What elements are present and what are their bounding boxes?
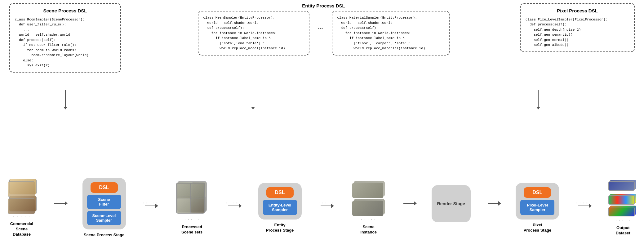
entity-dots-divider: ...: [314, 11, 327, 30]
commercial-scene-db-stage: · · · · · CommercialSceneDatabase: [6, 179, 37, 237]
arrow-7: · · · · ·: [576, 201, 591, 206]
entity-process-label: EntityProcess Stage: [266, 223, 294, 233]
scene-filter-badge: SceneFilter: [87, 195, 121, 209]
scene-dsl-badge: DSL: [91, 182, 118, 193]
entity-dsl-title: Entity Process DSL: [302, 3, 345, 8]
floor-plan-img-4: [8, 198, 35, 214]
output-dataset-label: OutputDataset: [616, 225, 630, 236]
arrow-4: · · · · ·: [319, 201, 334, 206]
entity-dsl-code2: class MaterialSampler(EntityProcessor): …: [337, 15, 444, 51]
output-semantic-front: [608, 195, 635, 205]
pixel-dsl-title: Pixel Process DSL: [526, 7, 629, 15]
entity-dsl-box2: class MaterialSampler(EntityProcessor): …: [332, 11, 450, 55]
arrow-5: [403, 203, 414, 204]
pixel-dsl-arrow: [536, 90, 540, 109]
pipeline-row: · · · · · CommercialSceneDatabase DSL Sc…: [6, 178, 638, 238]
arrow-3: · · · · ·: [226, 201, 241, 206]
pixel-sampler-badge: Pixel-LevelSampler: [520, 200, 554, 215]
entity-dsl-code1: class MeshSampler(EntityProcessor): worl…: [203, 15, 304, 51]
scene-grid-front: [176, 183, 205, 214]
scene-process-container: DSL SceneFilter Scene-LevelSampler: [82, 178, 126, 229]
scene-dsl-code: class RoomSampler(SceneProcessor): def u…: [15, 17, 115, 68]
pixel-process-container: DSL Pixel-LevelSampler: [516, 183, 559, 220]
pixel-dsl-code: class PixelLevelSampler(PixelProcessor):…: [526, 17, 629, 48]
output-normal-front: [608, 207, 635, 216]
pixel-process-label: PixelProcess Stage: [523, 223, 551, 233]
output-dataset-stage: · · · · · OutputDataset: [608, 180, 638, 236]
entity-process-container: DSL Entity-LevelSampler: [258, 183, 302, 220]
scene-instance-label: SceneInstance: [360, 224, 377, 235]
scene-dsl-arrow: [64, 90, 67, 109]
entity-dsl-arrow: [251, 90, 255, 109]
floor-plan-img-2: [8, 181, 35, 197]
scene-dsl-title: Scene Process DSL: [15, 7, 115, 15]
instance-img-front-top: [352, 183, 383, 198]
render-stage-text: Render Stage: [437, 201, 465, 206]
render-stage: Render Stage Render Stage: [432, 185, 471, 231]
pixel-dsl-badge: DSL: [524, 187, 551, 198]
pixel-process-stage: DSL Pixel-LevelSampler PixelProcess Stag…: [516, 183, 559, 233]
arrow-1: [54, 203, 65, 204]
arrow-6: [488, 203, 499, 204]
entity-dsl-badge: DSL: [266, 187, 294, 198]
render-stage-container: Render Stage: [432, 185, 471, 222]
main-container: Scene Process DSL class RoomSampler(Scen…: [0, 0, 644, 244]
scene-process-stage: DSL SceneFilter Scene-LevelSampler Scene…: [82, 178, 126, 238]
entity-sampler-badge: Entity-LevelSampler: [263, 200, 297, 215]
entity-process-stage: DSL Entity-LevelSampler EntityProcess St…: [258, 183, 302, 233]
pixel-dsl-box: Pixel Process DSL class PixelLevelSample…: [520, 3, 635, 52]
output-rgb-front: [608, 181, 635, 191]
arrow-2: · · · · ·: [143, 201, 158, 206]
scene-process-label: Scene Process Stage: [84, 233, 125, 238]
scene-sampler-badge: Scene-LevelSampler: [87, 211, 121, 225]
processed-scene-sets-label: ProcessedScene sets: [181, 224, 202, 235]
scene-instance-stage: · · · · · SceneInstance: [351, 181, 386, 235]
instance-img-front-bottom: [352, 201, 383, 216]
commercial-scene-db-label: CommercialSceneDatabase: [10, 221, 33, 237]
scene-dsl-box: Scene Process DSL class RoomSampler(Scen…: [9, 3, 121, 73]
processed-scene-sets-stage: · · · · · ProcessedScene sets: [175, 181, 209, 235]
dsl-boxes-row: Scene Process DSL class RoomSampler(Scen…: [9, 3, 635, 73]
entity-dsl-box1: class MeshSampler(EntityProcessor): worl…: [198, 11, 309, 55]
